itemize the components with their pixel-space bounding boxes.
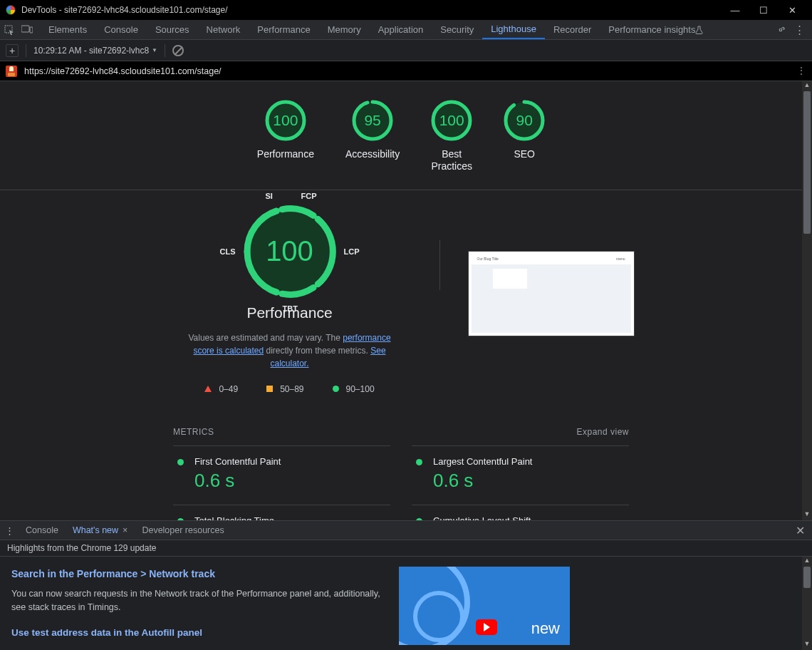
lighthouse-toolbar: + 10:29:12 AM - site72692-lvhc8 ▼ xyxy=(0,40,812,61)
window-titlebar: DevTools - site72692-lvhc84.scloudsite10… xyxy=(0,0,812,20)
drawer-tab-console[interactable]: Console xyxy=(19,521,66,540)
status-dot-icon xyxy=(416,518,422,520)
whatsnew-heading-1[interactable]: Search in the Performance > Network trac… xyxy=(11,567,387,582)
svg-point-3 xyxy=(779,29,782,31)
drawer-close-button[interactable]: ✕ xyxy=(788,524,812,537)
tab-security[interactable]: Security xyxy=(432,20,482,39)
tab-performance[interactable]: Performance xyxy=(249,20,318,39)
performance-big-gauge: 100 SI FCP LCP TBT CLS xyxy=(243,205,337,299)
report-url: https://site72692-lvhc84.scloudsite101.c… xyxy=(24,66,222,76)
chevron-down-icon: ▼ xyxy=(152,47,157,53)
segment-label-cls: CLS xyxy=(220,247,236,256)
lighthouse-icon xyxy=(6,66,17,77)
chrome-icon xyxy=(6,5,16,15)
square-icon xyxy=(266,386,273,392)
report-urlbar: https://site72692-lvhc84.scloudsite101.c… xyxy=(0,61,812,81)
segment-label-tbt: TBT xyxy=(283,304,298,313)
gauge-best-practices[interactable]: 100BestPractices xyxy=(431,100,472,172)
drawer-scrollbar[interactable]: ▲ ▼ xyxy=(802,557,812,650)
drawer-menu-icon[interactable]: ⋮ xyxy=(4,525,14,536)
svg-rect-1 xyxy=(21,26,29,32)
gauge-accessibility[interactable]: 95Accessibility xyxy=(345,100,400,172)
tab-console[interactable]: Console xyxy=(95,20,147,39)
whatsnew-video-thumb[interactable]: new xyxy=(399,567,570,645)
maximize-button[interactable]: ☐ xyxy=(749,5,778,16)
gauge-performance[interactable]: 100Performance xyxy=(257,100,314,172)
metric-first-contentful-paint: First Contentful Paint0.6 s xyxy=(173,445,390,505)
new-report-button[interactable]: + xyxy=(6,44,19,57)
close-button[interactable]: ✕ xyxy=(778,5,806,16)
window-title: DevTools - site72692-lvhc84.scloudsite10… xyxy=(21,5,228,15)
metric-total-blocking-time: Total Blocking Time xyxy=(173,505,390,520)
metric-largest-contentful-paint: Largest Contentful Paint0.6 s xyxy=(412,445,629,505)
flask-icon xyxy=(695,26,703,34)
drawer-tab-what-s-new[interactable]: What's new× xyxy=(66,521,135,540)
close-tab-icon[interactable]: × xyxy=(123,525,127,535)
status-dot-icon xyxy=(416,459,422,465)
performance-big-score: 100 xyxy=(243,205,337,299)
inspect-icon[interactable] xyxy=(4,25,14,35)
devtools-tabs: ElementsConsoleSourcesNetworkPerformance… xyxy=(0,20,812,40)
whatsnew-heading-2[interactable]: Use test address data in the Autofill pa… xyxy=(11,626,387,640)
tab-application[interactable]: Application xyxy=(370,20,432,39)
panel-scrollbar[interactable]: ▲ ▼ xyxy=(802,81,812,520)
tab-memory[interactable]: Memory xyxy=(319,20,370,39)
more-icon[interactable]: ⋮ xyxy=(794,24,805,36)
tab-lighthouse[interactable]: Lighthouse xyxy=(482,20,545,39)
report-timestamp: 10:29:12 AM - site72692-lvhc8 xyxy=(33,46,149,56)
svg-rect-2 xyxy=(30,27,33,33)
segment-label-fcp: FCP xyxy=(301,192,317,200)
status-dot-icon xyxy=(177,518,184,520)
clear-button[interactable] xyxy=(172,45,184,56)
tab-performance-insights[interactable]: Performance insights xyxy=(600,20,712,39)
lighthouse-panel: 100Performance95Accessibility100BestPrac… xyxy=(0,81,812,520)
segment-label-si: SI xyxy=(266,192,273,200)
divider xyxy=(439,240,440,290)
metric-cumulative-layout-shift: Cumulative Layout Shift xyxy=(412,505,629,520)
drawer: ⋮ ConsoleWhat's new×Developer resources … xyxy=(0,520,812,650)
minimize-button[interactable]: — xyxy=(721,5,749,16)
expand-view-link[interactable]: Expand view xyxy=(576,427,629,437)
metrics-header: Metrics xyxy=(173,427,214,437)
tab-elements[interactable]: Elements xyxy=(40,20,95,39)
triangle-icon xyxy=(204,386,212,392)
segment-label-lcp: LCP xyxy=(344,247,360,256)
drawer-tab-developer-resources[interactable]: Developer resources xyxy=(135,521,231,540)
device-icon[interactable] xyxy=(21,25,33,35)
settings-gear-icon[interactable] xyxy=(776,25,786,35)
gauge-seo[interactable]: 90SEO xyxy=(504,100,545,172)
play-icon xyxy=(476,619,497,635)
page-screenshot-thumb[interactable]: Our Blog Titlemenu xyxy=(469,252,634,336)
tab-sources[interactable]: Sources xyxy=(147,20,198,39)
performance-section: 100 SI FCP LCP TBT CLS Performance Value… xyxy=(0,190,802,401)
score-gauges: 100Performance95Accessibility100BestPrac… xyxy=(0,81,802,190)
whatsnew-paragraph-1: You can now search requests in the Netwo… xyxy=(11,587,387,614)
report-menu-icon[interactable]: ⋮ xyxy=(796,69,806,73)
performance-description: Values are estimated and may vary. The p… xyxy=(183,331,397,370)
tab-network[interactable]: Network xyxy=(198,20,249,39)
status-dot-icon xyxy=(177,459,184,465)
metrics-section: Metrics Expand view First Contentful Pai… xyxy=(173,427,629,520)
tab-recorder[interactable]: Recorder xyxy=(545,20,600,39)
whatsnew-content: Search in the Performance > Network trac… xyxy=(0,557,399,650)
circle-icon xyxy=(333,386,339,392)
whatsnew-highlights: Highlights from the Chrome 129 update xyxy=(0,540,812,557)
score-legend: 0–49 50–89 90–100 xyxy=(204,384,374,394)
report-selector[interactable]: 10:29:12 AM - site72692-lvhc8 ▼ xyxy=(33,46,157,56)
drawer-tabs: ⋮ ConsoleWhat's new×Developer resources … xyxy=(0,521,812,540)
